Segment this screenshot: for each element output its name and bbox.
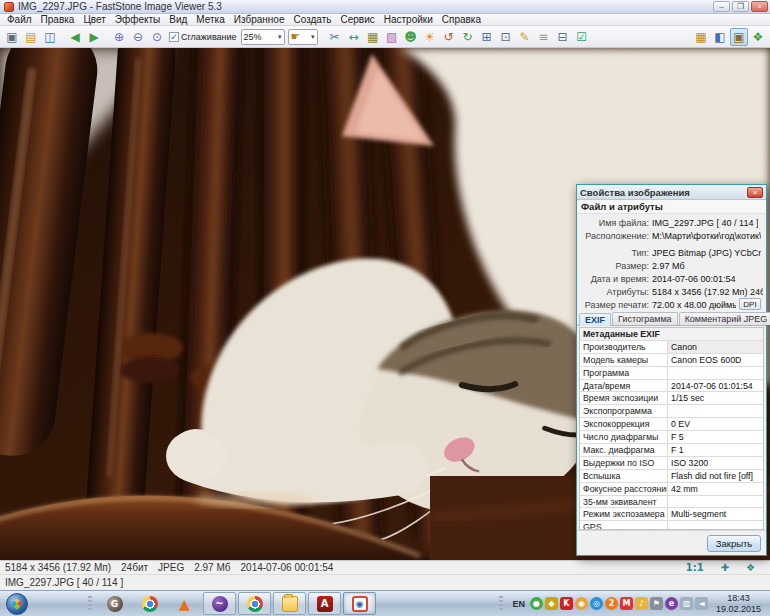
- hand-tool-dropdown[interactable]: ☛ ▾: [288, 29, 318, 45]
- menu-help[interactable]: Справка: [438, 14, 485, 25]
- effects-icon[interactable]: ☀: [421, 28, 439, 46]
- tray-handle[interactable]: [499, 596, 503, 612]
- draw-icon[interactable]: ✎: [516, 28, 534, 46]
- table-row[interactable]: GPS: [580, 521, 763, 530]
- tray-kaspersky-icon[interactable]: K: [560, 597, 573, 610]
- dpi-button[interactable]: DPI: [739, 298, 761, 310]
- faststone-icon: ◉: [352, 596, 368, 612]
- taskbar-bittorrent-button[interactable]: ~: [203, 592, 236, 615]
- tab-exif[interactable]: EXIF: [579, 313, 611, 326]
- taskbar-apps: G ▲ ~ A ◉: [98, 592, 376, 615]
- menu-favorites[interactable]: Избранное: [230, 14, 289, 25]
- start-button[interactable]: [6, 593, 28, 615]
- title-bar[interactable]: IMG_2297.JPG - FastStone Image Viewer 5.…: [0, 0, 770, 14]
- tray-shield-icon[interactable]: ◆: [545, 597, 558, 610]
- tray-purple-app-icon[interactable]: e: [665, 597, 678, 610]
- tray-speaker-icon[interactable]: ◄: [695, 597, 708, 610]
- actual-size-icon[interactable]: ⊙: [148, 28, 166, 46]
- table-row[interactable]: Макс. диафрагма F 1: [580, 444, 763, 457]
- scan-icon[interactable]: ☑: [573, 28, 591, 46]
- menu-view[interactable]: Вид: [165, 14, 191, 25]
- taskbar-acrobat-button[interactable]: A: [308, 592, 341, 615]
- close-button[interactable]: ×: [751, 1, 768, 12]
- menu-file[interactable]: Файл: [3, 14, 36, 25]
- dialog-close-icon[interactable]: ×: [747, 187, 763, 198]
- table-row[interactable]: 35-мм эквивалент: [580, 496, 763, 509]
- tray-flag-icon[interactable]: ⚑: [650, 597, 663, 610]
- red-eye-icon[interactable]: ☻: [402, 28, 420, 46]
- dialog-title: Свойства изображения: [580, 187, 747, 198]
- crop-icon[interactable]: ✂: [326, 28, 344, 46]
- table-row[interactable]: Вспышка Flash did not fire [off]: [580, 470, 763, 483]
- tab-jpeg-comment[interactable]: Комментарий JPEG: [679, 312, 770, 325]
- rotate-right-icon[interactable]: ↻: [459, 28, 477, 46]
- zoom-level-dropdown[interactable]: 25% ▾: [241, 29, 285, 45]
- table-row[interactable]: Дата/время 2014-07-06 01:01:54: [580, 380, 763, 393]
- dialog-title-bar[interactable]: Свойства изображения ×: [577, 185, 766, 200]
- smoothing-checkbox[interactable]: ✓ Сглаживание: [169, 32, 237, 42]
- zoom-in-icon[interactable]: ⊕: [110, 28, 128, 46]
- colors-icon[interactable]: ▧: [383, 28, 401, 46]
- thumbnail-view-icon[interactable]: ▦: [692, 28, 710, 46]
- next-image-icon[interactable]: ▶: [85, 28, 103, 46]
- open-icon[interactable]: ▤: [22, 28, 40, 46]
- menu-tag[interactable]: Метка: [192, 14, 228, 25]
- taskbar-vlc-button[interactable]: ▲: [168, 592, 201, 615]
- save-icon[interactable]: ◫: [41, 28, 59, 46]
- restore-button[interactable]: ❐: [732, 1, 749, 12]
- tray-green-status-icon[interactable]: ●: [530, 597, 543, 610]
- tray-mailru-icon[interactable]: M: [620, 597, 633, 610]
- taskbar-chrome-button[interactable]: [133, 592, 166, 615]
- dialog-tabs: EXIF Гистограмма Комментарий JPEG: [577, 311, 766, 326]
- fit-window-status-icon[interactable]: ❖: [746, 562, 755, 573]
- tray-chrome-icon[interactable]: ◉: [575, 597, 588, 610]
- capture-icon[interactable]: ⊡: [497, 28, 515, 46]
- taskbar-gimp-button[interactable]: G: [98, 592, 131, 615]
- minimize-button[interactable]: –: [713, 1, 730, 12]
- menu-edit[interactable]: Правка: [37, 14, 79, 25]
- tray-orange-badge-icon[interactable]: 2: [605, 597, 618, 610]
- language-indicator[interactable]: EN: [509, 599, 528, 609]
- print-icon[interactable]: ⊟: [554, 28, 572, 46]
- table-row[interactable]: Программа: [580, 367, 763, 380]
- table-row[interactable]: Выдержки по ISO ISO 3200: [580, 457, 763, 470]
- taskbar-explorer-button[interactable]: [273, 592, 306, 615]
- tab-histogram[interactable]: Гистограмма: [612, 312, 678, 325]
- tray-messenger-icon[interactable]: ◎: [590, 597, 603, 610]
- resize-icon[interactable]: ↔: [345, 28, 363, 46]
- table-row[interactable]: Экспопрограмма: [580, 405, 763, 418]
- table-row[interactable]: Число диафрагмы F 5: [580, 431, 763, 444]
- zoom-out-icon[interactable]: ⊖: [129, 28, 147, 46]
- acquire-icon[interactable]: ▣: [3, 28, 21, 46]
- actual-size-status-icon[interactable]: 1:1: [686, 562, 704, 573]
- taskbar-chrome-window-button[interactable]: [238, 592, 271, 615]
- browser-view-icon[interactable]: ◧: [711, 28, 729, 46]
- table-row[interactable]: Экспокоррекция 0 EV: [580, 418, 763, 431]
- menu-color[interactable]: Цвет: [79, 14, 109, 25]
- menu-settings[interactable]: Настройки: [380, 14, 437, 25]
- table-row[interactable]: Время экспозиции 1/15 sec: [580, 392, 763, 405]
- table-row[interactable]: Производитель Canon: [580, 341, 763, 354]
- table-row[interactable]: Модель камеры Canon EOS 600D: [580, 354, 763, 367]
- menu-effects[interactable]: Эффекты: [111, 14, 164, 25]
- quicklaunch-handle[interactable]: [88, 596, 92, 612]
- canvas-icon[interactable]: ▦: [364, 28, 382, 46]
- dialog-close-button[interactable]: Закрыть: [707, 535, 761, 552]
- menu-create[interactable]: Создать: [289, 14, 335, 25]
- status-format: JPEG: [158, 562, 184, 573]
- taskbar-faststone-button[interactable]: ◉: [343, 592, 376, 615]
- fullscreen-icon[interactable]: ❖: [749, 28, 767, 46]
- table-row[interactable]: Фокусное расстояние 42 mm: [580, 483, 763, 496]
- rotate-left-icon[interactable]: ↺: [440, 28, 458, 46]
- taskbar-clock[interactable]: 18:43 19.02.2015: [710, 593, 766, 615]
- info-row-size: Размер: 2.97 Мб: [577, 259, 763, 272]
- compare-icon[interactable]: ⊞: [478, 28, 496, 46]
- tray-network-icon[interactable]: ▥: [680, 597, 693, 610]
- pan-status-icon[interactable]: ✚: [721, 562, 729, 573]
- previous-image-icon[interactable]: ◀: [66, 28, 84, 46]
- windowed-view-icon[interactable]: ▣: [730, 28, 748, 46]
- batch-icon[interactable]: ≡: [535, 28, 553, 46]
- table-row[interactable]: Режим экспозамера Multi-segment: [580, 508, 763, 521]
- menu-tools[interactable]: Сервис: [336, 14, 378, 25]
- tray-volume-notify-icon[interactable]: ♪: [635, 597, 648, 610]
